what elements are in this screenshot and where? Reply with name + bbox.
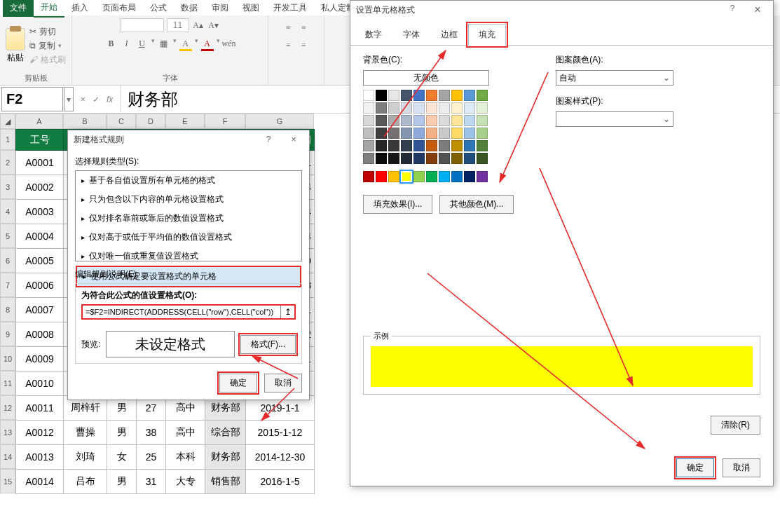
color-swatch[interactable] [388, 140, 399, 151]
color-swatch[interactable] [451, 153, 463, 164]
color-swatch[interactable] [413, 115, 425, 126]
row-header[interactable]: 2 [0, 150, 15, 175]
color-swatch[interactable] [388, 153, 399, 164]
color-swatch[interactable] [439, 102, 450, 114]
pattern-color-select[interactable]: 自动 ⌄ [556, 70, 673, 86]
color-swatch[interactable] [439, 115, 450, 126]
tab-formulas[interactable]: 公式 [143, 0, 174, 17]
color-swatch[interactable] [464, 102, 475, 114]
color-swatch[interactable] [401, 115, 412, 126]
close-icon[interactable]: × [748, 4, 767, 16]
color-swatch[interactable] [363, 90, 374, 101]
color-swatch[interactable] [451, 115, 463, 126]
color-swatch[interactable] [388, 171, 399, 182]
color-swatch[interactable] [413, 90, 425, 101]
increase-font-icon[interactable]: A▴ [192, 19, 205, 32]
color-swatch[interactable] [413, 171, 425, 182]
no-color-button[interactable]: 无颜色 [363, 70, 489, 86]
tab-data[interactable]: 数据 [174, 0, 205, 17]
color-swatch[interactable] [401, 90, 412, 101]
color-swatch[interactable] [439, 140, 450, 151]
col-header[interactable]: C [107, 114, 136, 129]
ok-button[interactable]: 确定 [219, 374, 257, 393]
color-swatch[interactable] [388, 90, 399, 101]
color-swatch[interactable] [477, 153, 488, 164]
tab-font[interactable]: 字体 [392, 24, 430, 46]
color-swatch[interactable] [388, 128, 399, 139]
row-header[interactable]: 3 [0, 175, 15, 199]
tab-fill[interactable]: 填充 [468, 24, 506, 46]
col-header[interactable]: E [165, 114, 205, 129]
rule-type-item[interactable]: 只为包含以下内容的单元格设置格式 [76, 190, 301, 209]
color-swatch[interactable] [451, 90, 463, 101]
name-box-dropdown[interactable]: ▾ [64, 87, 74, 111]
cut-button[interactable]: ✂剪切 [29, 26, 66, 38]
color-swatch[interactable] [451, 140, 463, 151]
row-header[interactable]: 13 [0, 420, 15, 444]
row-header[interactable]: 12 [0, 395, 15, 420]
color-swatch[interactable] [401, 171, 412, 182]
tab-view[interactable]: 视图 [235, 0, 266, 17]
color-swatch[interactable] [439, 171, 450, 182]
italic-button[interactable]: I [121, 37, 133, 50]
row-header[interactable]: 11 [0, 371, 15, 395]
color-swatch[interactable] [401, 128, 412, 139]
color-swatch[interactable] [363, 102, 374, 114]
col-header[interactable]: D [136, 114, 165, 129]
range-picker-icon[interactable]: ↥ [280, 306, 294, 318]
tab-file[interactable]: 文件 [3, 0, 34, 17]
font-family-select[interactable] [121, 18, 164, 32]
color-swatch[interactable] [426, 115, 437, 126]
color-swatch[interactable] [426, 153, 437, 164]
color-swatch[interactable] [376, 153, 387, 164]
color-swatch[interactable] [376, 140, 387, 151]
name-box[interactable]: F2 [1, 87, 63, 111]
color-swatch[interactable] [439, 153, 450, 164]
col-header[interactable]: B [63, 114, 107, 129]
tab-review[interactable]: 审阅 [205, 0, 235, 17]
color-swatch[interactable] [363, 171, 374, 182]
color-swatch[interactable] [413, 140, 425, 151]
color-swatch[interactable] [464, 90, 475, 101]
color-swatch[interactable] [401, 153, 412, 164]
rule-type-item[interactable]: 仅对唯一值或重复值设置格式 [76, 247, 301, 266]
tab-home[interactable]: 开始 [34, 0, 64, 18]
color-swatch[interactable] [426, 140, 437, 151]
color-swatch[interactable] [426, 171, 437, 182]
tab-insert[interactable]: 插入 [64, 0, 95, 17]
color-swatch[interactable] [464, 140, 475, 151]
tab-number[interactable]: 数字 [355, 24, 392, 46]
row-header[interactable]: 5 [0, 224, 15, 248]
dialog-titlebar[interactable]: 新建格式规则 ? × [68, 130, 309, 149]
underline-button[interactable]: U [136, 37, 149, 50]
paste-button[interactable]: 粘贴 [6, 28, 25, 64]
tab-page-layout[interactable]: 页面布局 [95, 0, 143, 17]
align-top-icon[interactable]: ≡ [282, 21, 295, 34]
col-header[interactable]: A [15, 114, 63, 129]
color-swatch[interactable] [426, 128, 437, 139]
font-color-button[interactable]: A [201, 37, 214, 50]
color-swatch[interactable] [426, 90, 437, 101]
row-header[interactable]: 6 [0, 248, 15, 273]
align-center-icon[interactable]: ≡ [298, 39, 310, 51]
formula-cancel-icon[interactable]: × [81, 95, 85, 104]
color-swatch[interactable] [376, 102, 387, 114]
format-painter-button[interactable]: 🖌格式刷 [29, 54, 66, 66]
color-swatch[interactable] [376, 115, 387, 126]
ok-button[interactable]: 确定 [676, 458, 714, 477]
color-swatch[interactable] [413, 128, 425, 139]
formula-confirm-icon[interactable]: ✓ [93, 95, 100, 104]
other-colors-button[interactable]: 其他颜色(M)... [439, 195, 514, 214]
col-header[interactable]: F [205, 114, 245, 129]
rule-type-item[interactable]: 仅对排名靠前或靠后的数值设置格式 [76, 209, 301, 228]
align-middle-icon[interactable]: ≡ [298, 21, 310, 34]
decrease-font-icon[interactable]: A▾ [207, 19, 220, 32]
font-size-select[interactable]: 11 [167, 18, 189, 32]
border-button[interactable]: ▦ [158, 37, 170, 50]
rule-type-item[interactable]: 仅对高于或低于平均值的数值设置格式 [76, 228, 301, 247]
bold-button[interactable]: B [105, 37, 118, 50]
color-swatch[interactable] [376, 90, 387, 101]
row-header[interactable]: 10 [0, 346, 15, 371]
copy-button[interactable]: ⧉复制▾ [29, 40, 66, 52]
pattern-style-select[interactable]: ⌄ [556, 111, 673, 127]
